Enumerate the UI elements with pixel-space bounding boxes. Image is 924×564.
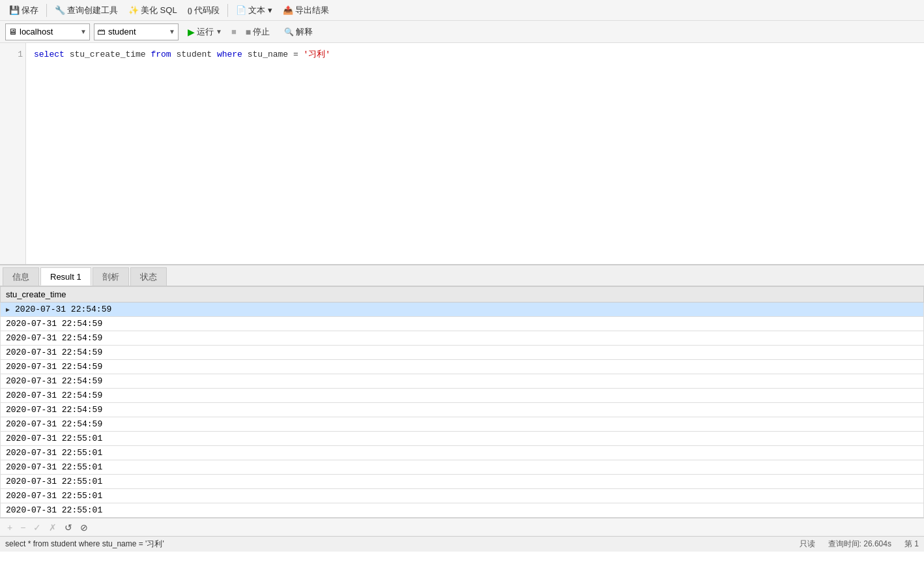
query-time-prefix: 查询时间: bbox=[828, 539, 861, 548]
explain-button[interactable]: 🔍 解释 bbox=[279, 25, 318, 39]
main-toolbar: 💾 保存 🔧 查询创建工具 ✨ 美化 SQL () 代码段 📄 文本 ▾ 📤 导… bbox=[0, 0, 924, 21]
result-cell-stu-create-time: ▶ 2020-07-31 22:54:59 bbox=[1, 303, 924, 317]
table-row[interactable]: 2020-07-31 22:55:01 bbox=[1, 503, 924, 518]
export-icon: 📤 bbox=[283, 5, 293, 15]
result-table-wrapper[interactable]: stu_create_time ▶ 2020-07-31 22:54:59202… bbox=[0, 286, 924, 518]
sql-column: stu_create_time bbox=[70, 50, 151, 59]
code-icon: () bbox=[188, 7, 192, 14]
result-table: stu_create_time ▶ 2020-07-31 22:54:59202… bbox=[0, 286, 924, 518]
sql-from-keyword: from bbox=[151, 50, 171, 59]
read-only-indicator: 只读 bbox=[800, 539, 815, 550]
position-prefix: 第 bbox=[904, 539, 912, 548]
host-selector[interactable]: 🖥 localhost ▼ bbox=[5, 23, 90, 40]
save-button[interactable]: 💾 保存 bbox=[5, 3, 42, 18]
table-row[interactable]: 2020-07-31 22:55:01 bbox=[1, 460, 924, 475]
result-cell-stu-create-time: 2020-07-31 22:55:01 bbox=[1, 475, 924, 489]
database-value: student bbox=[108, 27, 136, 37]
result-cell-stu-create-time: 2020-07-31 22:54:59 bbox=[1, 360, 924, 374]
table-row[interactable]: 2020-07-31 22:55:01 bbox=[1, 489, 924, 503]
separator-1 bbox=[46, 4, 47, 17]
save-icon: 💾 bbox=[9, 5, 20, 15]
table-row[interactable]: 2020-07-31 22:54:59 bbox=[1, 360, 924, 374]
host-value: localhost bbox=[20, 27, 53, 37]
sql-select-keyword: select bbox=[34, 50, 65, 59]
run-label: 运行 bbox=[197, 26, 214, 38]
table-row[interactable]: ▶ 2020-07-31 22:54:59 bbox=[1, 303, 924, 317]
export-label: 导出结果 bbox=[295, 5, 329, 16]
code-snippet-button[interactable]: () 代码段 bbox=[184, 3, 224, 18]
block-button[interactable]: ⊘ bbox=[78, 522, 90, 533]
cross-button[interactable]: ✗ bbox=[47, 522, 59, 533]
database-icon: 🗃 bbox=[97, 27, 106, 37]
result-cell-stu-create-time: 2020-07-31 22:55:01 bbox=[1, 503, 924, 518]
query-icon: 🔧 bbox=[55, 5, 65, 15]
table-row[interactable]: 2020-07-31 22:54:59 bbox=[1, 389, 924, 403]
tabs-bar: 信息 Result 1 剖析 状态 bbox=[0, 265, 924, 286]
add-row-button[interactable]: + bbox=[5, 522, 14, 533]
play-icon: ▶ bbox=[188, 27, 195, 37]
line-number-1: 1 bbox=[3, 48, 23, 61]
table-row[interactable]: 2020-07-31 22:55:01 bbox=[1, 432, 924, 446]
table-row[interactable]: 2020-07-31 22:55:01 bbox=[1, 446, 924, 460]
line-numbers: 1 bbox=[0, 43, 26, 264]
result-cell-stu-create-time: 2020-07-31 22:54:59 bbox=[1, 331, 924, 346]
check-button[interactable]: ✓ bbox=[31, 522, 43, 533]
status-right: 只读 查询时间: 26.604s 第 1 bbox=[800, 539, 919, 550]
position-label: 第 1 bbox=[904, 539, 919, 550]
tab-info[interactable]: 信息 bbox=[3, 267, 39, 286]
host-icon: 🖥 bbox=[8, 27, 17, 37]
sql-string-value: '习利' bbox=[304, 50, 331, 59]
query-time-label: 查询时间: 26.604s bbox=[828, 539, 891, 550]
table-row[interactable]: 2020-07-31 22:54:59 bbox=[1, 346, 924, 360]
stop-label: 停止 bbox=[253, 26, 270, 38]
table-row[interactable]: 2020-07-31 22:54:59 bbox=[1, 317, 924, 331]
stop-icon: ■ bbox=[246, 27, 251, 37]
beautify-icon: ✨ bbox=[128, 5, 139, 15]
query-time-value: 26.604s bbox=[863, 539, 891, 548]
table-row[interactable]: 2020-07-31 22:54:59 bbox=[1, 374, 924, 389]
position-value: 1 bbox=[914, 539, 919, 548]
editor-area: 1 select stu_create_time from student wh… bbox=[0, 43, 924, 265]
tab-profile[interactable]: 剖析 bbox=[93, 267, 129, 286]
code-snippet-label: 代码段 bbox=[194, 5, 220, 16]
run-stop-separator: ■ bbox=[231, 27, 237, 37]
results-panel: 信息 Result 1 剖析 状态 stu_create_time ▶ 2020… bbox=[0, 265, 924, 536]
run-dropdown-arrow: ▼ bbox=[216, 28, 222, 35]
row-arrow-icon: ▶ bbox=[6, 306, 15, 314]
explain-icon: 🔍 bbox=[284, 27, 294, 37]
table-row[interactable]: 2020-07-31 22:54:59 bbox=[1, 331, 924, 346]
explain-label: 解释 bbox=[296, 26, 313, 38]
sql-table: student bbox=[176, 50, 216, 59]
result-cell-stu-create-time: 2020-07-31 22:54:59 bbox=[1, 374, 924, 389]
table-row[interactable]: 2020-07-31 22:55:01 bbox=[1, 475, 924, 489]
tab-status[interactable]: 状态 bbox=[130, 267, 167, 286]
beautify-sql-label: 美化 SQL bbox=[141, 5, 177, 16]
text-button[interactable]: 📄 文本 ▾ bbox=[232, 3, 276, 18]
result-cell-stu-create-time: 2020-07-31 22:55:01 bbox=[1, 489, 924, 503]
export-button[interactable]: 📤 导出结果 bbox=[279, 3, 333, 18]
text-label: 文本 ▾ bbox=[248, 5, 272, 16]
table-row[interactable]: 2020-07-31 22:54:59 bbox=[1, 417, 924, 432]
host-dropdown-arrow: ▼ bbox=[80, 28, 87, 35]
query-builder-label: 查询创建工具 bbox=[67, 5, 118, 16]
status-query-text: select * from student where stu_name = '… bbox=[5, 539, 792, 550]
column-header-stu-create-time[interactable]: stu_create_time bbox=[1, 287, 924, 303]
tab-result1[interactable]: Result 1 bbox=[40, 267, 91, 286]
editor-content[interactable]: select stu_create_time from student wher… bbox=[26, 43, 924, 264]
query-builder-button[interactable]: 🔧 查询创建工具 bbox=[51, 3, 122, 18]
database-dropdown-arrow: ▼ bbox=[169, 28, 175, 35]
result-cell-stu-create-time: 2020-07-31 22:54:59 bbox=[1, 403, 924, 417]
bottom-toolbar: + − ✓ ✗ ↺ ⊘ bbox=[0, 518, 924, 536]
result-cell-stu-create-time: 2020-07-31 22:54:59 bbox=[1, 346, 924, 360]
run-button[interactable]: ▶ 运行 ▼ bbox=[182, 25, 227, 39]
result-cell-stu-create-time: 2020-07-31 22:55:01 bbox=[1, 446, 924, 460]
result-cell-stu-create-time: 2020-07-31 22:55:01 bbox=[1, 460, 924, 475]
result-cell-stu-create-time: 2020-07-31 22:55:01 bbox=[1, 432, 924, 446]
sql-where-keyword: where bbox=[217, 50, 242, 59]
beautify-sql-button[interactable]: ✨ 美化 SQL bbox=[124, 3, 181, 18]
database-selector[interactable]: 🗃 student ▼ bbox=[94, 23, 179, 40]
remove-row-button[interactable]: − bbox=[18, 522, 27, 533]
refresh-button[interactable]: ↺ bbox=[63, 522, 74, 533]
table-row[interactable]: 2020-07-31 22:54:59 bbox=[1, 403, 924, 417]
stop-button[interactable]: ■ 停止 bbox=[240, 25, 275, 39]
